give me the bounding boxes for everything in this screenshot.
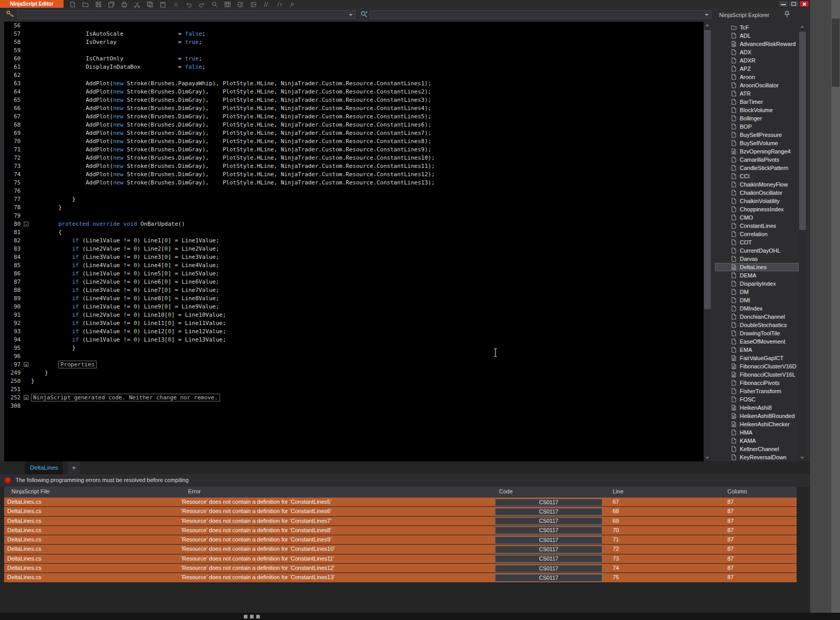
explorer-item-CandleStickPattern[interactable]: CandleStickPattern: [715, 164, 799, 172]
explorer-item-CCI[interactable]: CCI: [715, 172, 799, 180]
code-line-251[interactable]: 251: [4, 385, 704, 394]
column-header-error[interactable]: Error: [188, 488, 200, 494]
tab-deltalines[interactable]: DeltaLines: [25, 461, 63, 474]
code-line-87[interactable]: 87 if (Line2Value != 0) Line6[0] = Line6…: [4, 278, 704, 286]
chevron-down-icon[interactable]: [705, 14, 709, 16]
code-editor[interactable]: 5657 IsAutoScale = false;58 IsOverlay = …: [4, 22, 704, 461]
delete-icon[interactable]: [173, 1, 179, 7]
code-line-73[interactable]: 73 AddPlot(new Stroke(Brushes.DimGray), …: [4, 162, 704, 171]
explorer-item-AroonOscillator[interactable]: AroonOscillator: [715, 81, 799, 89]
code-line-91[interactable]: 91 if (Line2Value != 0) Line10[0] = Line…: [4, 311, 704, 319]
explorer-item-BlockVolume[interactable]: BlockVolume: [715, 106, 799, 114]
explorer-item-EaseOfMovement[interactable]: EaseOfMovement: [715, 337, 799, 346]
explorer-item-DonchianChannel[interactable]: DonchianChannel: [715, 313, 799, 321]
error-row[interactable]: DeltaLines.cs‘Resource’ does not contain…: [4, 507, 797, 516]
explorer-item-HMA[interactable]: HMA: [715, 428, 799, 437]
taskbar-icon[interactable]: [256, 615, 260, 618]
code-line-62[interactable]: 62: [4, 71, 704, 80]
explorer-item-DeltaLines[interactable]: DeltaLines: [715, 263, 799, 271]
code-line-77[interactable]: 77 }: [4, 195, 704, 204]
explorer-item-ATR[interactable]: ATR: [715, 89, 799, 98]
grid-icon[interactable]: [224, 1, 231, 7]
code-line-92[interactable]: 92 if (Line3Value != 0) Line11[0] = Line…: [4, 319, 704, 328]
code-line-57[interactable]: 57 IsAutoScale = false;: [4, 30, 704, 38]
code-line-90[interactable]: 90 if (Line1Value != 0) Line9[0] = Line9…: [4, 303, 704, 311]
explorer-item-APZ[interactable]: APZ: [715, 65, 799, 73]
code-line-94[interactable]: 94 if (Line1Value != 0) Line13[0] = Line…: [4, 336, 704, 344]
add-tab-button[interactable]: +: [68, 461, 80, 474]
code-line-70[interactable]: 70 AddPlot(new Stroke(Brushes.DimGray), …: [4, 137, 704, 146]
column-header-line[interactable]: Line: [613, 488, 624, 494]
code-line-80[interactable]: 80- protected override void OnBarUpdate(…: [4, 220, 704, 228]
taskbar-icon[interactable]: [250, 615, 254, 618]
error-row[interactable]: DeltaLines.cs‘Resource’ does not contain…: [4, 554, 797, 563]
explorer-item-KeltnerChannel[interactable]: KeltnerChannel: [715, 445, 799, 453]
close-icon[interactable]: [800, 1, 808, 7]
chevron-down-icon[interactable]: [349, 14, 353, 16]
cut-icon[interactable]: [134, 1, 141, 7]
code-line-66[interactable]: 66 AddPlot(new Stroke(Brushes.DimGray), …: [4, 104, 704, 113]
undo-icon[interactable]: [185, 1, 192, 7]
explorer-item-Aroon[interactable]: Aroon: [715, 73, 799, 81]
explorer-item-EMA[interactable]: EMA: [715, 346, 799, 354]
uncomment-icon[interactable]: [276, 1, 283, 7]
explorer-item-ADX[interactable]: ADX: [715, 48, 799, 56]
comment-icon[interactable]: [263, 1, 270, 7]
explorer-item-FOSC[interactable]: FOSC: [715, 395, 799, 404]
save-all-icon[interactable]: [108, 1, 115, 7]
explorer-item-Bollinger[interactable]: Bollinger: [715, 114, 799, 122]
collapsed-region[interactable]: Properties: [58, 361, 97, 368]
explorer-item-ChaikinOscillator[interactable]: ChaikinOscillator: [715, 189, 799, 197]
maximize-icon[interactable]: [789, 1, 798, 7]
explorer-item-DisparityIndex[interactable]: DisparityIndex: [715, 280, 799, 288]
explorer-scrollbar[interactable]: [799, 23, 806, 461]
explorer-item-FairValueGapICT[interactable]: FairValueGapICT: [715, 354, 799, 362]
new-script-icon[interactable]: [69, 1, 76, 7]
code-line-93[interactable]: 93 if (Line4Value != 0) Line12[0] = Line…: [4, 328, 704, 336]
minimize-icon[interactable]: [779, 1, 788, 7]
code-line-63[interactable]: 63 AddPlot(new Stroke(Brushes.PapayaWhip…: [4, 80, 704, 88]
explorer-item-HeikenAshi8Rounded[interactable]: HeikenAshi8Rounded: [715, 412, 799, 420]
code-line-78[interactable]: 78 }: [4, 204, 704, 212]
redo-icon[interactable]: [198, 1, 205, 7]
explorer-item-FibonacciPivots[interactable]: FibonacciPivots: [715, 379, 799, 387]
print-icon[interactable]: [121, 1, 128, 7]
code-line-59[interactable]: 59: [4, 47, 704, 55]
scroll-down-icon[interactable]: [705, 457, 709, 459]
explorer-item-AdvancedRiskReward[interactable]: AdvancedRiskReward: [715, 40, 799, 48]
explorer-item-ADL[interactable]: ADL: [715, 32, 799, 40]
column-header-column[interactable]: Column: [727, 488, 747, 494]
code-line-97[interactable]: 97+ Properties: [4, 361, 704, 369]
error-row[interactable]: DeltaLines.cs‘Resource’ does not contain…: [4, 564, 797, 572]
code-line-61[interactable]: 61 DisplayInDataBox = false;: [4, 63, 704, 71]
type-dropdown[interactable]: [17, 10, 355, 19]
error-row[interactable]: DeltaLines.cs‘Resource’ does not contain…: [4, 498, 797, 506]
explorer-item-CMO[interactable]: CMO: [715, 213, 799, 222]
collapsed-region[interactable]: NinjaScript generated code. Neither chan…: [31, 394, 220, 401]
explorer-item-BarTimer[interactable]: BarTimer: [715, 98, 799, 106]
code-line-95[interactable]: 95 }: [4, 344, 704, 352]
code-line-67[interactable]: 67 AddPlot(new Stroke(Brushes.DimGray), …: [4, 113, 704, 121]
code-line-81[interactable]: 81 {: [4, 228, 704, 237]
code-line-249[interactable]: 249 }: [4, 369, 704, 377]
explorer-item-BuySellPressure[interactable]: BuySellPressure: [715, 131, 799, 139]
explorer-item-DEMA[interactable]: DEMA: [715, 271, 799, 280]
explorer-item-ChaikinMoneyFlow[interactable]: ChaikinMoneyFlow: [715, 180, 799, 189]
explorer-item-DMI[interactable]: DMI: [715, 296, 799, 304]
explorer-item-KeyReversalDown[interactable]: KeyReversalDown: [715, 453, 799, 461]
explorer-item-CurrentDayOHL[interactable]: CurrentDayOHL: [715, 246, 799, 255]
code-line-71[interactable]: 71 AddPlot(new Stroke(Brushes.DimGray), …: [4, 146, 704, 154]
explorer-item-ConstantLines[interactable]: ConstantLines: [715, 222, 799, 230]
explorer-item-BuySellVolume[interactable]: BuySellVolume: [715, 139, 799, 147]
member-dropdown[interactable]: [370, 10, 711, 19]
code-line-72[interactable]: 72 AddPlot(new Stroke(Brushes.DimGray), …: [4, 154, 704, 162]
pin-icon[interactable]: [784, 11, 790, 18]
code-line-96[interactable]: 96: [4, 352, 704, 361]
explorer-item-ADXR[interactable]: ADXR: [715, 56, 799, 65]
expand-fold-icon[interactable]: +: [24, 395, 28, 400]
code-line-76[interactable]: 76: [4, 187, 704, 195]
code-line-60[interactable]: 60 IsChartOnly = true;: [4, 55, 704, 63]
find-icon[interactable]: [211, 1, 218, 7]
scroll-up-icon[interactable]: [705, 24, 709, 26]
explorer-item-DMIndex[interactable]: DMIndex: [715, 304, 799, 313]
